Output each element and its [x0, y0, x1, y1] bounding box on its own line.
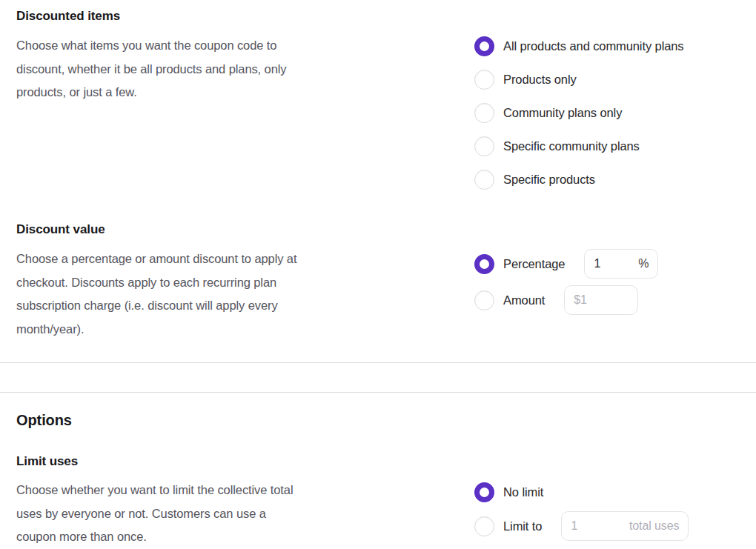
- radio-unselected-icon: [474, 170, 494, 190]
- percentage-label: Percentage: [503, 257, 565, 271]
- radio-community-plans-only[interactable]: Community plans only: [474, 103, 684, 123]
- amount-row: Amount: [474, 285, 638, 315]
- radio-label: Community plans only: [503, 106, 622, 120]
- percentage-row: Percentage %: [474, 249, 658, 279]
- amount-input[interactable]: [574, 293, 629, 307]
- radio-unselected-icon: [474, 136, 494, 156]
- radio-no-limit: [474, 482, 494, 502]
- discounted-items-radio-group: All products and community plans Product…: [474, 36, 684, 190]
- description-line: discount, whether it be all products and…: [16, 58, 286, 81]
- section-divider: [0, 362, 756, 363]
- radio-all-products-and-community-plans[interactable]: All products and community plans: [474, 36, 684, 56]
- total-uses-suffix: total uses: [629, 519, 680, 533]
- radio-limit-to[interactable]: [474, 516, 494, 536]
- description-line: products, or just a few.: [16, 81, 286, 104]
- radio-amount[interactable]: [474, 290, 494, 310]
- radio-unselected-icon: [474, 103, 494, 123]
- limit-uses-description: Choose whether you want to limit the col…: [16, 479, 293, 549]
- amount-input-box: [564, 285, 638, 315]
- amount-label: Amount: [503, 293, 545, 307]
- discounted-items-title: Discounted items: [16, 7, 120, 25]
- radio-specific-community-plans[interactable]: Specific community plans: [474, 136, 684, 156]
- description-line: subscription charge (i.e. discount will …: [16, 294, 296, 318]
- radio-selected-icon: [474, 36, 494, 56]
- radio-label: Specific products: [503, 173, 595, 187]
- options-title: Options: [16, 410, 72, 430]
- radio-products-only[interactable]: Products only: [474, 70, 684, 90]
- discount-value-description: Choose a percentage or amount discount t…: [16, 247, 296, 341]
- description-line: Choose a percentage or amount discount t…: [16, 247, 296, 271]
- radio-unselected-icon: [474, 70, 494, 90]
- description-line: Choose what items you want the coupon co…: [16, 34, 286, 58]
- limit-to-row: Limit to total uses: [474, 511, 689, 541]
- radio-label: All products and community plans: [503, 39, 684, 53]
- limit-to-label: Limit to: [503, 519, 542, 533]
- limit-to-input-box: total uses: [561, 511, 689, 541]
- description-line: uses by everyone or not. Customers can u…: [16, 502, 293, 526]
- discounted-items-description: Choose what items you want the coupon co…: [16, 34, 286, 104]
- limit-to-input[interactable]: [571, 519, 629, 533]
- radio-no-limit-row[interactable]: No limit: [474, 482, 543, 502]
- radio-percentage[interactable]: [474, 254, 494, 274]
- description-line: coupon more than once.: [16, 525, 293, 549]
- discount-value-title: Discount value: [16, 221, 105, 239]
- limit-uses-title: Limit uses: [16, 453, 78, 470]
- no-limit-label: No limit: [503, 485, 543, 499]
- description-line: Choose whether you want to limit the col…: [16, 479, 293, 502]
- percentage-input[interactable]: [594, 257, 638, 270]
- radio-label: Products only: [503, 73, 577, 87]
- percentage-input-box: %: [584, 249, 658, 279]
- radio-label: Specific community plans: [503, 139, 640, 153]
- description-line: month/year).: [16, 318, 296, 342]
- section-divider: [0, 392, 756, 393]
- radio-specific-products[interactable]: Specific products: [474, 170, 684, 190]
- description-line: checkout. Discounts apply to each recurr…: [16, 271, 296, 295]
- percent-suffix: %: [638, 257, 649, 270]
